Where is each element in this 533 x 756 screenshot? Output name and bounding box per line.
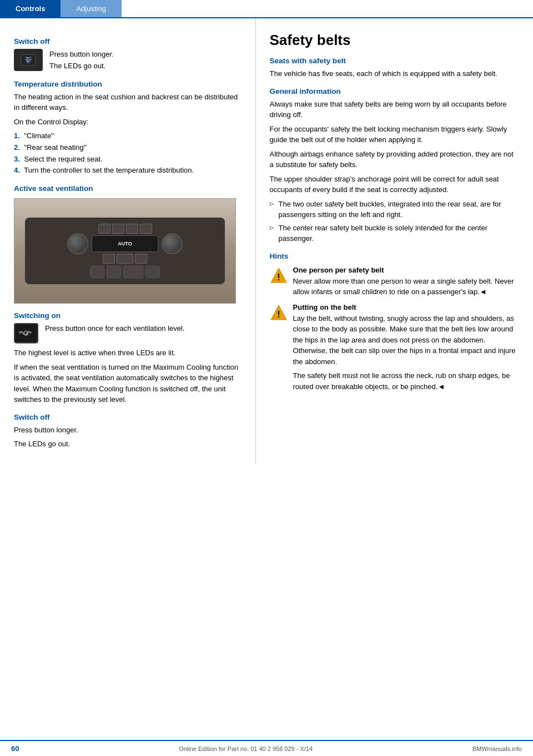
icon-btn [90, 266, 104, 278]
header-tabs: Controls Adjusting [0, 0, 533, 18]
general-heading: General information [270, 87, 519, 95]
switch-off2-heading: Switch off [14, 413, 242, 421]
hints-heading: Hints [270, 252, 519, 260]
seat-heat-icon: 💺 [21, 53, 36, 67]
switch-off-heading: Switch off [14, 37, 242, 46]
center-display: AUTO [92, 235, 158, 252]
temp-dist-text1: The heating action in the seat cushion a… [14, 92, 242, 113]
footer-logo: BMWmanuals.info [472, 745, 522, 752]
general-text2: For the occupants' safety the belt locki… [270, 124, 519, 145]
switch-off2-line2: The LEDs go out. [14, 439, 242, 450]
list-item: 2. "Rear seat heating" [14, 142, 242, 154]
general-text3: Although airbags enhance safety by provi… [270, 149, 519, 170]
seats-text: The vehicle has five seats, each of whic… [270, 68, 519, 79]
hint2-body: Lay the belt, without twisting, snugly a… [293, 313, 519, 367]
temp-dist-text2: On the Control Display: [14, 117, 242, 128]
active-seat-heading: Active seat ventilation [14, 184, 242, 193]
general-text1: Always make sure that safety belts are b… [270, 99, 519, 120]
switch-off2-line1: Press button longer. [14, 425, 242, 436]
small-btn [126, 224, 138, 234]
left-column: Switch off 💺 Press button longer. The LE… [0, 18, 255, 464]
svg-rect-2 [14, 324, 38, 343]
warning-icon-2: ! [270, 304, 288, 322]
switching-on-button-icon [14, 323, 38, 343]
svg-text:!: ! [277, 310, 280, 319]
main-content: Switch off 💺 Press button longer. The LE… [0, 18, 533, 464]
svg-text:!: ! [277, 273, 280, 282]
list-item: The two outer safety belt buckles, integ… [270, 199, 519, 220]
right-column: Safety belts Seats with safety belt The … [256, 18, 533, 464]
list-item: The center rear safety belt buckle is so… [270, 223, 519, 244]
hint1-body: Never allow more than one person to wear… [293, 276, 519, 298]
hint2-extra: The safety belt must not lie across the … [293, 370, 519, 392]
hint2-title: Putting on the belt [293, 303, 519, 311]
left-knob [67, 233, 88, 254]
tab-adjusting[interactable]: Adjusting [61, 0, 121, 17]
switch-off-text: Press button longer. The LEDs go out. [49, 49, 114, 72]
small-btn [135, 254, 147, 264]
icon-btn [107, 266, 121, 278]
switching-on-heading: Switching on [14, 311, 242, 320]
hint1-box: ! One person per safety belt Never allow… [270, 266, 519, 298]
general-text4: The upper shoulder strap's anchorage poi… [270, 174, 519, 195]
footer-page-number: 60 [11, 744, 19, 753]
hint1-content: One person per safety belt Never allow m… [293, 266, 519, 298]
main-title: Safety belts [270, 32, 519, 49]
small-btn [140, 224, 152, 234]
switch-off-icon-row: 💺 Press button longer. The LEDs go out. [14, 49, 242, 72]
hint2-box: ! Putting on the belt Lay the belt, with… [270, 303, 519, 392]
list-item: 3. Select the required seat. [14, 154, 242, 165]
ventilation-icon [14, 323, 38, 344]
seats-heading: Seats with safety belt [270, 57, 519, 65]
temp-dist-heading: Temperature distribution [14, 80, 242, 88]
temp-dist-list: 1. "Climate" 2. "Rear seat heating" 3. S… [14, 130, 242, 177]
seat-ventilation-image: AUTO [14, 198, 236, 304]
list-item: 4. Turn the controller to set the temper… [14, 165, 242, 177]
small-btn [98, 224, 110, 234]
icon-btn [123, 266, 143, 278]
switch-off-button-icon: 💺 [14, 49, 43, 71]
right-knob [162, 233, 183, 254]
switching-on-text: Press button once for each ventilation l… [45, 323, 184, 335]
list-item: 1. "Climate" [14, 130, 242, 142]
small-btn [112, 224, 124, 234]
switching-on-icon-row: Press button once for each ventilation l… [14, 323, 242, 343]
hint2-content: Putting on the belt Lay the belt, withou… [293, 303, 519, 392]
switching-on-body2: If when the seat ventilation is turned o… [14, 362, 242, 405]
safety-belt-bullets: The two outer safety belt buckles, integ… [270, 199, 519, 244]
switching-on-body1: The highest level is active when three L… [14, 347, 242, 359]
icon-btn [145, 266, 160, 278]
footer: 60 Online Edition for Part no. 01 40 2 9… [0, 740, 533, 756]
footer-info-text: Online Edition for Part no. 01 40 2 956 … [179, 745, 313, 752]
hint1-title: One person per safety belt [293, 266, 519, 274]
small-btn [103, 254, 115, 264]
tab-controls[interactable]: Controls [0, 0, 61, 17]
small-btn [117, 254, 133, 264]
warning-icon-1: ! [270, 267, 288, 285]
